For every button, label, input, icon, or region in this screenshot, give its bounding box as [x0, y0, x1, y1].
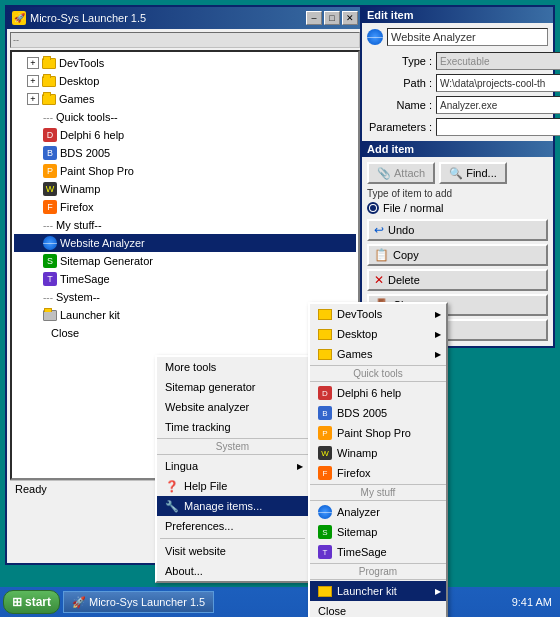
tree-label-timesage: TimeSage	[60, 273, 110, 285]
expand-games[interactable]: +	[27, 93, 39, 105]
tree-item-delphi[interactable]: D Delphi 6 help	[14, 126, 356, 144]
tree-label-sitemapgen: Sitemap Generator	[60, 255, 153, 267]
undo-icon: ↩	[374, 223, 384, 237]
help-file-icon: ❓	[165, 480, 179, 493]
sub-games-label: Games	[337, 348, 372, 360]
ctx-time-tracking[interactable]: Time tracking	[157, 417, 308, 437]
tree-item-system: --- System--	[14, 288, 356, 306]
sub-sitemap[interactable]: S Sitemap	[310, 522, 446, 542]
tree-label-delphi: Delphi 6 help	[60, 129, 124, 141]
copy-icon: 📋	[374, 248, 389, 262]
icon-sitemapgen: S	[43, 254, 57, 268]
taskbar: ⊞ start 🚀 Micro-Sys Launcher 1.5 9:41 AM	[0, 587, 560, 617]
tree-label-paintshop: Paint Shop Pro	[60, 165, 134, 177]
minimize-button[interactable]: –	[306, 11, 322, 25]
sub-icon-paintshop: P	[318, 426, 332, 440]
close-button[interactable]: ✕	[342, 11, 358, 25]
tree-item-winamp[interactable]: W Winamp	[14, 180, 356, 198]
folder-icon-desktop	[42, 76, 56, 87]
sub-paintshop[interactable]: P Paint Shop Pro	[310, 423, 446, 443]
ctx-more-tools[interactable]: More tools	[157, 357, 308, 377]
tree-label-games: Games	[59, 93, 94, 105]
taskbar-item-launcher[interactable]: 🚀 Micro-Sys Launcher 1.5	[63, 591, 214, 613]
tree-label-bds: BDS 2005	[60, 147, 110, 159]
ctx-lingua[interactable]: Lingua	[157, 456, 308, 476]
sub-timesage[interactable]: T TimeSage	[310, 542, 446, 562]
name-label: Name :	[367, 99, 432, 111]
name-input[interactable]	[436, 96, 560, 114]
sub-devtools[interactable]: DevTools	[310, 304, 446, 324]
tree-item-webanalyzer[interactable]: Website Analyzer	[14, 234, 356, 252]
ctx-manage-items[interactable]: 🔧 Manage items...	[157, 496, 308, 516]
tree-item-bds[interactable]: B BDS 2005	[14, 144, 356, 162]
ctx-manage-items-label: Manage items...	[184, 500, 262, 512]
sub-firefox[interactable]: F Firefox	[310, 463, 446, 483]
find-button[interactable]: 🔍 Find...	[439, 162, 507, 184]
tree-item-desktop[interactable]: + Desktop	[14, 72, 356, 90]
tree-item-sitemapgen[interactable]: S Sitemap Generator	[14, 252, 356, 270]
sub-analyzer-label: Analyzer	[337, 506, 380, 518]
expand-devtools[interactable]: +	[27, 57, 39, 69]
sub-desktop[interactable]: Desktop	[310, 324, 446, 344]
params-input[interactable]	[436, 118, 560, 136]
tree-item-paintshop[interactable]: P Paint Shop Pro	[14, 162, 356, 180]
sub-close[interactable]: Close	[310, 601, 446, 617]
item-name-header-input[interactable]	[387, 28, 548, 46]
copy-button[interactable]: 📋 Copy	[367, 244, 548, 266]
tree-label-close: Close	[51, 327, 79, 339]
radio-file-normal[interactable]	[367, 202, 379, 214]
delete-icon: ✕	[374, 273, 384, 287]
sub-launcherkit[interactable]: Launcher kit	[310, 581, 446, 601]
edit-panel-title: Edit item	[362, 7, 553, 23]
sub-bds[interactable]: B BDS 2005	[310, 403, 446, 423]
ctx-section-system: System	[157, 438, 308, 455]
tree-label-launcherkit: Launcher kit	[60, 309, 120, 321]
start-button[interactable]: ⊞ start	[3, 590, 60, 614]
type-input[interactable]	[436, 52, 560, 70]
tree-label-quicktools: Quick tools--	[56, 111, 118, 123]
sub-icon-sitemap: S	[318, 525, 332, 539]
ctx-about[interactable]: About...	[157, 561, 308, 581]
title-bar-left: 🚀 Micro-Sys Launcher 1.5	[12, 11, 146, 25]
ctx-visit-website[interactable]: Visit website	[157, 541, 308, 561]
app-title: Micro-Sys Launcher 1.5	[30, 12, 146, 24]
sub-icon-bds: B	[318, 406, 332, 420]
sub-analyzer[interactable]: Analyzer	[310, 502, 446, 522]
ctx-sitemap-gen-label: Sitemap generator	[165, 381, 256, 393]
sub-delphi[interactable]: D Delphi 6 help	[310, 383, 446, 403]
path-input[interactable]	[436, 74, 560, 92]
path-label: Path :	[367, 77, 432, 89]
ctx-more-tools-label: More tools	[165, 361, 216, 373]
path-row: Path :	[367, 74, 548, 92]
ctx-help-file[interactable]: ❓ Help File	[157, 476, 308, 496]
ctx-website-analyzer-label: Website analyzer	[165, 401, 249, 413]
tree-item-timesage[interactable]: T TimeSage	[14, 270, 356, 288]
context-menu-submenu: DevTools Desktop Games Quick tools D Del…	[308, 302, 448, 617]
tree-item-close[interactable]: Close	[14, 324, 356, 342]
tree-item-devtools[interactable]: + DevTools	[14, 54, 356, 72]
start-label: start	[25, 595, 51, 609]
tree-label-winamp: Winamp	[60, 183, 100, 195]
sub-section-quicktools: Quick tools	[310, 365, 446, 382]
attach-button[interactable]: 📎 Attach	[367, 162, 435, 184]
expand-desktop[interactable]: +	[27, 75, 39, 87]
sub-winamp[interactable]: W Winamp	[310, 443, 446, 463]
ctx-sitemap-gen[interactable]: Sitemap generator	[157, 377, 308, 397]
sub-section-program: Program	[310, 563, 446, 580]
sub-games[interactable]: Games	[310, 344, 446, 364]
delete-button[interactable]: ✕ Delete	[367, 269, 548, 291]
sub-delphi-label: Delphi 6 help	[337, 387, 401, 399]
folder-icon-games	[42, 94, 56, 105]
icon-paintshop: P	[43, 164, 57, 178]
tree-item-launcherkit[interactable]: Launcher kit	[14, 306, 356, 324]
delete-label: Delete	[388, 274, 420, 286]
folder-icon-sub-devtools	[318, 309, 332, 320]
sub-devtools-label: DevTools	[337, 308, 382, 320]
tree-item-firefox[interactable]: F Firefox	[14, 198, 356, 216]
tree-item-games[interactable]: + Games	[14, 90, 356, 108]
undo-button[interactable]: ↩ Undo	[367, 219, 548, 241]
icon-bds: B	[43, 146, 57, 160]
ctx-website-analyzer[interactable]: Website analyzer	[157, 397, 308, 417]
ctx-preferences[interactable]: Preferences...	[157, 516, 308, 536]
restore-button[interactable]: □	[324, 11, 340, 25]
